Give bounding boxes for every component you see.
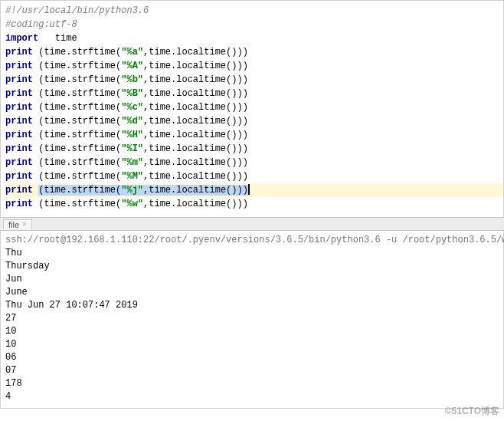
output-line: 07 (5, 364, 503, 377)
output-command-line: ssh://root@192.168.1.110:22/root/.pyenv/… (5, 234, 503, 247)
output-line: 10 (5, 325, 503, 338)
output-tab-label: file (8, 220, 19, 229)
print-line[interactable]: print (time.strftime("%H",time.localtime… (5, 128, 503, 142)
output-line: 06 (5, 351, 503, 364)
output-panel[interactable]: ssh://root@192.168.1.110:22/root/.pyenv/… (0, 231, 504, 409)
coding-line[interactable]: #coding:utf-8 (5, 18, 503, 31)
shebang-line[interactable]: #!/usr/local/bin/python3.6 (5, 4, 503, 18)
watermark-text: ©51CTO博客 (445, 405, 499, 418)
output-line: June (5, 286, 503, 299)
output-line: Jun (5, 273, 503, 286)
output-tab-file[interactable]: file × (3, 219, 32, 229)
print-line[interactable]: print (time.strftime("%a",time.localtime… (5, 45, 503, 59)
import-line[interactable]: import time (5, 31, 503, 45)
print-line[interactable]: print (time.strftime("%B",time.localtime… (5, 87, 503, 100)
code-editor[interactable]: #!/usr/local/bin/python3.6#coding:utf-8i… (0, 0, 504, 217)
output-line: Thu (5, 247, 503, 260)
print-line[interactable]: print (time.strftime("%m",time.localtime… (5, 156, 503, 169)
output-line: 178 (5, 377, 503, 390)
print-line[interactable]: print (time.strftime("%j",time.localtime… (5, 183, 503, 197)
print-line[interactable]: print (time.strftime("%d",time.localtime… (5, 114, 503, 128)
text-cursor (248, 184, 250, 195)
close-icon[interactable]: × (22, 220, 27, 229)
output-panel-tabbar: file × (0, 217, 504, 231)
print-line[interactable]: print (time.strftime("%c",time.localtime… (5, 100, 503, 114)
print-line[interactable]: print (time.strftime("%w",time.localtime… (5, 197, 503, 211)
output-line: 4 (5, 390, 503, 403)
print-line[interactable]: print (time.strftime("%b",time.localtime… (5, 73, 503, 87)
output-line: Thursday (5, 260, 503, 273)
output-line: Thu Jun 27 10:07:47 2019 (5, 299, 503, 312)
print-line[interactable]: print (time.strftime("%A",time.localtime… (5, 59, 503, 73)
print-line[interactable]: print (time.strftime("%I",time.localtime… (5, 142, 503, 156)
output-line: 27 (5, 312, 503, 325)
output-line: 10 (5, 338, 503, 351)
print-line[interactable]: print (time.strftime("%M",time.localtime… (5, 169, 503, 183)
